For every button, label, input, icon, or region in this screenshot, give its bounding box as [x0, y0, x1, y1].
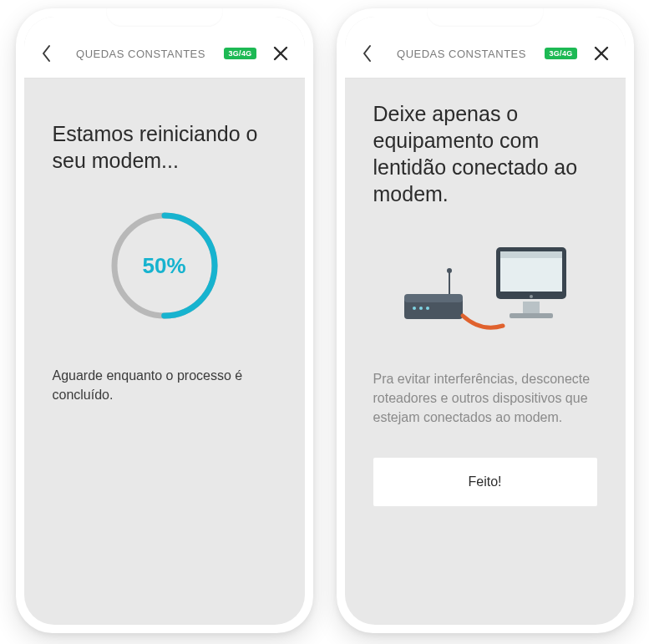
content-area: Estamos reiniciando o seu modem... 50% A…: [24, 79, 305, 625]
phone-mockup-left: QUEDAS CONSTANTES 3G/4G Estamos reinicia…: [16, 8, 313, 633]
topbar: QUEDAS CONSTANTES 3G/4G: [24, 17, 305, 79]
svg-rect-14: [500, 251, 562, 258]
modem-monitor-illustration: [398, 232, 573, 344]
screen-2: QUEDAS CONSTANTES 3G/4G Deixe apenas o e…: [345, 17, 626, 625]
network-badge: 3G/4G: [224, 48, 256, 59]
svg-point-9: [413, 307, 416, 310]
svg-rect-6: [404, 294, 463, 302]
close-icon[interactable]: [268, 41, 293, 66]
topbar: QUEDAS CONSTANTES 3G/4G: [345, 17, 626, 79]
done-button[interactable]: Feito!: [373, 458, 597, 506]
subtext: Aguarde enquanto o processo é concluído.: [53, 366, 276, 404]
close-icon[interactable]: [589, 41, 614, 66]
svg-point-8: [447, 268, 452, 273]
back-icon[interactable]: [357, 43, 378, 64]
progress-label: 50%: [106, 207, 223, 324]
headline: Estamos reiniciando o seu modem...: [53, 120, 276, 174]
network-badge: 3G/4G: [545, 48, 576, 59]
topbar-row: QUEDAS CONSTANTES 3G/4G: [357, 41, 614, 66]
svg-rect-16: [510, 313, 553, 318]
progress-ring: 50%: [106, 207, 223, 324]
svg-point-17: [530, 295, 533, 298]
back-icon[interactable]: [36, 43, 58, 64]
content-area: Deixe apenas o equipamento com lentidão …: [345, 79, 626, 625]
svg-point-10: [419, 307, 423, 310]
page-title: QUEDAS CONSTANTES: [64, 48, 218, 60]
page-title: QUEDAS CONSTANTES: [385, 48, 539, 60]
phone-mockup-right: QUEDAS CONSTANTES 3G/4G Deixe apenas o e…: [337, 8, 634, 633]
screen-1: QUEDAS CONSTANTES 3G/4G Estamos reinicia…: [24, 17, 305, 625]
subtext: Pra evitar interferências, desconecte ro…: [373, 369, 597, 428]
svg-point-11: [426, 307, 429, 310]
topbar-row: QUEDAS CONSTANTES 3G/4G: [36, 41, 293, 66]
svg-rect-15: [523, 302, 540, 313]
headline: Deixe apenas o equipamento com lentidão …: [373, 100, 597, 207]
